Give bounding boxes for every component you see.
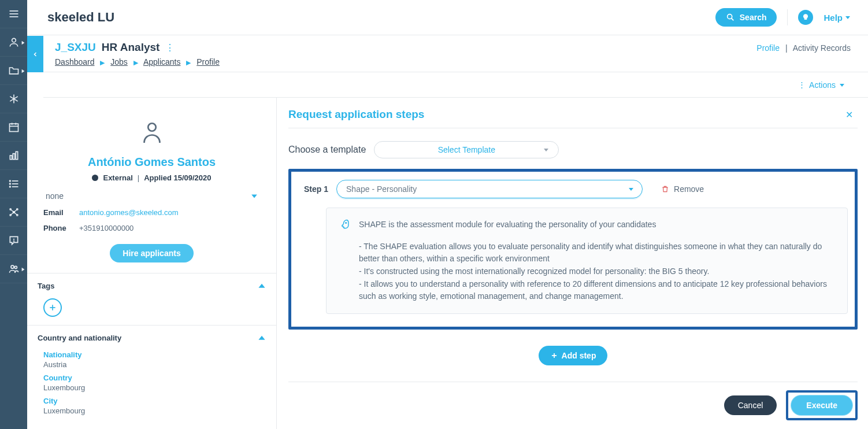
- svg-line-29: [10, 212, 14, 215]
- remove-label: Remove: [674, 184, 704, 194]
- chevron-right-icon: ▶: [133, 59, 138, 66]
- svg-marker-4: [22, 41, 25, 45]
- add-step-button[interactable]: Add step: [539, 346, 608, 365]
- calendar-icon[interactable]: [0, 113, 27, 142]
- head-icon: [339, 219, 351, 303]
- execute-button[interactable]: Execute: [791, 395, 853, 416]
- section-tags[interactable]: Tags: [27, 273, 276, 294]
- desc-bullet: - It allows you to understand a personal…: [359, 278, 834, 303]
- choose-template-label: Choose a template: [288, 145, 366, 155]
- phone-label: Phone: [43, 224, 72, 232]
- group-icon[interactable]: [0, 255, 27, 283]
- stage-select[interactable]: none: [43, 188, 260, 205]
- caret-up-icon: [258, 282, 266, 290]
- svg-marker-42: [258, 283, 265, 287]
- candidate-panel: António Gomes Santos External | Applied …: [27, 98, 277, 429]
- section-tags-label: Tags: [38, 282, 54, 290]
- chevron-right-icon: ▶: [186, 59, 191, 66]
- modal-footer: Cancel Execute: [288, 382, 858, 420]
- country-label: Country: [43, 373, 260, 382]
- svg-point-36: [727, 14, 732, 19]
- tab-profile[interactable]: Profile: [756, 43, 780, 53]
- desc-bullet: - The SHAPE evaluation allows you to eva…: [359, 241, 834, 265]
- remove-step-button[interactable]: Remove: [661, 184, 704, 194]
- svg-point-48: [346, 223, 347, 224]
- city-label: City: [43, 397, 260, 405]
- caret-down-icon: [543, 147, 549, 153]
- svg-line-27: [10, 209, 14, 212]
- svg-point-34: [14, 266, 17, 268]
- section-country-nat[interactable]: Country and nationality: [27, 325, 276, 346]
- step-label: Step 1: [304, 184, 328, 194]
- divider: [787, 9, 788, 25]
- add-step-label: Add step: [562, 351, 596, 360]
- svg-point-40: [148, 123, 156, 131]
- crumb-jobs[interactable]: Jobs: [110, 57, 128, 66]
- template-select[interactable]: Select Template: [374, 141, 559, 158]
- hint-icon[interactable]: [798, 10, 813, 25]
- svg-marker-39: [840, 84, 844, 87]
- caret-up-icon: [258, 334, 266, 342]
- step-select[interactable]: Shape - Personality: [336, 180, 643, 198]
- modal-area: Request application steps ✕ Choose a tem…: [277, 98, 868, 429]
- help-label: Help: [824, 13, 843, 23]
- topbar: skeeled LU Search Help: [27, 0, 868, 35]
- actions-bar: ⋮ Actions: [43, 72, 868, 98]
- search-button[interactable]: Search: [715, 8, 777, 27]
- help-link[interactable]: Help: [824, 13, 851, 23]
- svg-marker-38: [845, 16, 850, 19]
- tab-activity-records[interactable]: Activity Records: [793, 43, 851, 53]
- actions-label: Actions: [809, 80, 836, 90]
- folder-icon[interactable]: [0, 57, 27, 85]
- candidate-meta: External | Applied 15/09/2020: [27, 173, 276, 182]
- svg-line-28: [14, 209, 17, 212]
- svg-point-21: [9, 186, 10, 187]
- cancel-button[interactable]: Cancel: [724, 395, 777, 415]
- collapse-sidebar-button[interactable]: [27, 36, 43, 72]
- desc-bullet: - It's constructed using the most intern…: [359, 265, 834, 278]
- crumb-dashboard[interactable]: Dashboard: [55, 57, 95, 66]
- close-icon[interactable]: ✕: [845, 109, 853, 120]
- phone-value: +351910000000: [79, 224, 133, 232]
- add-tag-button[interactable]: [43, 298, 62, 317]
- svg-line-30: [14, 212, 17, 215]
- chart-icon[interactable]: [0, 142, 27, 170]
- avatar-icon: [27, 103, 276, 151]
- template-select-value: Select Template: [438, 145, 495, 154]
- crumb-applicants[interactable]: Applicants: [143, 57, 181, 66]
- svg-point-3: [12, 38, 16, 42]
- person-icon[interactable]: [0, 28, 27, 57]
- job-title: HR Analyst: [102, 41, 160, 54]
- status-dot-icon: [92, 175, 98, 181]
- menu-icon[interactable]: [0, 0, 27, 28]
- svg-marker-46: [544, 149, 548, 151]
- nationality-value: Austria: [43, 360, 260, 369]
- hire-button[interactable]: Hire applicants: [110, 244, 193, 262]
- svg-point-32: [13, 241, 14, 242]
- job-header: J_SXJU HR Analyst ⋮ Profile | Activity R…: [43, 35, 868, 72]
- trash-icon: [661, 185, 669, 193]
- candidate-applied: Applied 15/09/2020: [144, 173, 211, 182]
- caret-right-icon: [21, 37, 25, 47]
- email-label: Email: [43, 208, 72, 217]
- candidate-name: António Gomes Santos: [27, 156, 276, 169]
- actions-dropdown[interactable]: ⋮ Actions: [798, 80, 845, 90]
- crumb-profile[interactable]: Profile: [196, 57, 220, 66]
- step-select-value: Shape - Personality: [346, 184, 417, 194]
- network-icon[interactable]: [0, 198, 27, 227]
- svg-rect-9: [9, 124, 18, 131]
- left-nav-rail: [0, 0, 27, 429]
- comment-icon[interactable]: [0, 227, 27, 255]
- svg-marker-41: [251, 195, 257, 198]
- search-label: Search: [740, 13, 767, 22]
- email-value[interactable]: antonio.gomes@skeeled.com: [79, 208, 178, 217]
- svg-marker-47: [629, 188, 633, 191]
- svg-rect-14: [13, 154, 14, 160]
- list-icon[interactable]: [0, 170, 27, 198]
- more-icon[interactable]: ⋮: [165, 42, 175, 53]
- country-value: Luxembourg: [43, 383, 260, 392]
- job-code: J_SXJU: [55, 41, 96, 54]
- asterisk-icon[interactable]: [0, 85, 27, 113]
- section-country-nat-label: Country and nationality: [38, 334, 121, 342]
- chevron-right-icon: ▶: [100, 59, 105, 66]
